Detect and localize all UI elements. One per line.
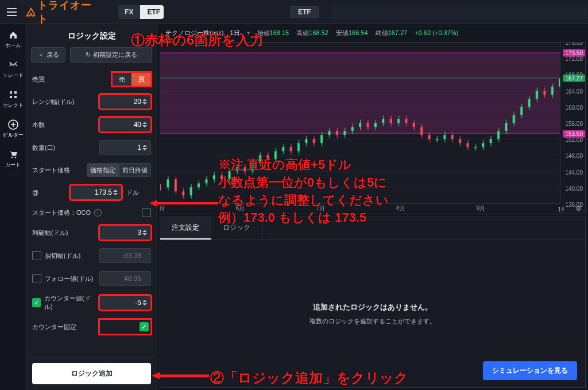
sl-checkbox[interactable] bbox=[32, 251, 41, 260]
reset-button[interactable]: ↻初期設定に戻る bbox=[70, 47, 152, 63]
tab-fx[interactable]: FX bbox=[118, 5, 140, 19]
rail-trade[interactable]: トレード bbox=[3, 60, 24, 79]
range-input[interactable] bbox=[99, 94, 151, 109]
svg-rect-0 bbox=[10, 91, 12, 94]
count-input[interactable] bbox=[99, 117, 151, 132]
svg-point-5 bbox=[11, 157, 13, 159]
follow-checkbox[interactable] bbox=[32, 274, 41, 283]
at-unit: ドル bbox=[126, 188, 139, 197]
stepper-icon[interactable] bbox=[142, 297, 149, 308]
blurred-region bbox=[332, 6, 588, 18]
rail-home[interactable]: ホーム bbox=[5, 30, 21, 49]
chart-y-axis: 136.00140.00144.00148.00152.00156.00160.… bbox=[560, 43, 585, 203]
follow-input[interactable] bbox=[99, 271, 151, 286]
follow-label: フォロー値(ドル) bbox=[32, 274, 95, 283]
stepper-icon[interactable] bbox=[142, 96, 149, 107]
qty-input[interactable] bbox=[99, 140, 151, 155]
fix-label: カウンター固定 bbox=[32, 323, 95, 331]
counter-label: ✓カウンター値(ドル) bbox=[32, 294, 95, 311]
select-icon bbox=[8, 90, 18, 100]
rail-label: セレクト bbox=[3, 102, 24, 109]
buy-button[interactable]: 買 bbox=[131, 72, 151, 86]
svg-rect-1 bbox=[14, 91, 17, 94]
opt-price[interactable]: 価格指定 bbox=[87, 163, 119, 177]
at-input[interactable] bbox=[70, 185, 122, 200]
rail-label: ホーム bbox=[5, 42, 21, 49]
simulation-button[interactable]: シミュレーションを見る bbox=[483, 361, 577, 380]
brand-logo: トライオート bbox=[25, 0, 98, 26]
empty-heading: 追加されたロジックはありません。 bbox=[313, 302, 432, 312]
lower-panel: 注文設定 ロジック 追加されたロジックはありません。 複数のロジックを追加するこ… bbox=[160, 217, 586, 388]
stepper-icon[interactable] bbox=[142, 227, 149, 238]
logic-settings-panel: ロジック設定 ＜戻る ↻初期設定に戻る 売買 売 買 レンジ幅(ドル) 本数 bbox=[26, 24, 157, 390]
menu-icon[interactable] bbox=[7, 8, 17, 16]
add-logic-button[interactable]: ロジック追加 bbox=[32, 363, 151, 384]
chart-area[interactable]: 136.00140.00144.00148.00152.00156.00160.… bbox=[160, 42, 586, 214]
svg-rect-3 bbox=[14, 96, 17, 98]
rail-label: ビルダー bbox=[3, 132, 24, 139]
info-icon[interactable]: i bbox=[94, 209, 102, 217]
price-chart[interactable] bbox=[160, 43, 585, 214]
sl-input[interactable] bbox=[99, 248, 151, 263]
rail-cart[interactable]: カート bbox=[5, 149, 21, 169]
stepper-icon[interactable] bbox=[142, 142, 149, 153]
trade-icon bbox=[8, 60, 18, 70]
start-mode-toggle[interactable]: 価格指定 前日終値 bbox=[87, 163, 151, 177]
gear-icon[interactable]: ⚙ bbox=[575, 204, 582, 213]
rail-label: カート bbox=[5, 161, 21, 169]
at-label: @ bbox=[32, 189, 65, 196]
tab-order-settings[interactable]: 注文設定 bbox=[160, 217, 211, 240]
chart-symbol: テクノロジー株(ask)、1日 bbox=[165, 29, 240, 37]
rail-builder[interactable]: ビルダー bbox=[3, 119, 24, 139]
tp-input[interactable] bbox=[99, 225, 151, 240]
chart-x-axis: 5月6月7月8月9月14 bbox=[160, 203, 560, 214]
tp-label: 利確幅(ドル) bbox=[32, 229, 95, 237]
side-label: 売買 bbox=[32, 75, 107, 84]
rail-label: トレード bbox=[3, 72, 24, 79]
svg-point-6 bbox=[14, 157, 16, 159]
range-label: レンジ幅(ドル) bbox=[32, 98, 95, 106]
count-label: 本数 bbox=[32, 121, 95, 129]
cart-icon bbox=[8, 149, 18, 160]
asset-class-toggle[interactable]: FX ETF bbox=[118, 5, 164, 19]
sell-button[interactable]: 売 bbox=[112, 72, 131, 86]
tab-logic[interactable]: ロジック bbox=[211, 217, 262, 240]
fix-checkbox[interactable]: ✓ bbox=[140, 322, 149, 331]
ohlc-readout: 始値168.15 高値168.52 安値166.54 終値167.27 +0.6… bbox=[257, 29, 459, 37]
svg-rect-2 bbox=[10, 96, 12, 98]
start-label: スタート価格 bbox=[32, 166, 82, 175]
counter-checkbox[interactable]: ✓ bbox=[32, 298, 41, 307]
sl-label: 損切幅(ドル) bbox=[32, 251, 95, 260]
empty-subtext: 複数のロジックを追加することができます。 bbox=[310, 317, 436, 326]
builder-icon bbox=[8, 119, 18, 130]
oco-label: スタート価格：OCOi bbox=[32, 208, 137, 217]
counter-input[interactable] bbox=[99, 295, 151, 310]
back-button[interactable]: ＜戻る bbox=[31, 47, 65, 63]
panel-title: ロジック設定 bbox=[26, 24, 157, 47]
top-pill-etf[interactable]: ETF bbox=[290, 6, 319, 18]
stepper-icon[interactable] bbox=[113, 187, 120, 198]
rail-select[interactable]: セレクト bbox=[3, 90, 24, 109]
home-icon bbox=[8, 30, 18, 40]
stepper-icon[interactable] bbox=[142, 119, 149, 130]
opt-prevclose[interactable]: 前日終値 bbox=[119, 163, 151, 177]
chart-header: テクノロジー株(ask)、1日 ▾ 始値168.15 高値168.52 安値16… bbox=[157, 24, 588, 42]
qty-label: 数量(口) bbox=[32, 144, 95, 152]
side-toggle[interactable]: 売 買 bbox=[112, 72, 151, 86]
tab-etf[interactable]: ETF bbox=[140, 5, 164, 19]
oco-checkbox[interactable] bbox=[142, 208, 151, 217]
